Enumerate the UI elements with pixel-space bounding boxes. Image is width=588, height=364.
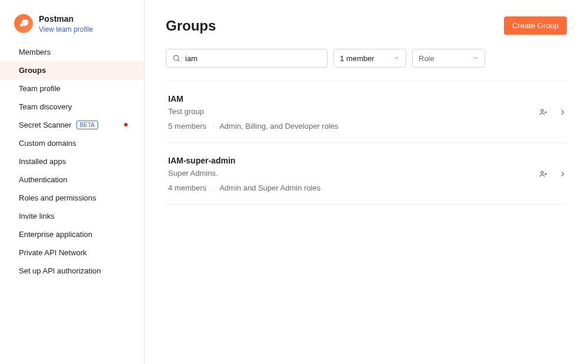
sidebar-item-groups[interactable]: Groups [0, 61, 144, 79]
svg-point-5 [541, 171, 543, 173]
member-filter-select[interactable]: 1 member [333, 49, 406, 68]
page-title: Groups [166, 18, 504, 34]
group-description: Super Admins. [168, 169, 532, 178]
sidebar-item-team-profile[interactable]: Team profile [0, 79, 144, 98]
group-info: IAM-super-admin Super Admins. 4 members … [168, 156, 532, 192]
group-meta: 5 members · Admin, Billing, and Develope… [168, 122, 532, 131]
svg-point-2 [541, 109, 543, 112]
sidebar-item-label: Custom domains [19, 139, 76, 148]
group-members-count: 5 members [168, 122, 206, 131]
team-name: Postman [39, 14, 93, 24]
sidebar-item-team-discovery[interactable]: Team discovery [0, 98, 144, 116]
team-header: Postman View team profile [0, 14, 144, 38]
beta-badge: BETA [76, 121, 98, 129]
chevron-down-icon [472, 54, 479, 63]
team-avatar [14, 14, 33, 33]
notification-dot-icon [124, 123, 128, 126]
sidebar-item-label: Groups [19, 66, 46, 75]
sidebar-item-label: Team discovery [19, 102, 72, 111]
group-description: Test group [168, 107, 532, 116]
sidebar-nav: Members Groups Team profile Team discove… [0, 43, 144, 280]
sidebar-item-label: Set up API authorization [19, 266, 101, 275]
sidebar-item-authentication[interactable]: Authentication [0, 171, 144, 189]
separator-dot: · [212, 122, 215, 131]
group-roles-text: Admin and Super Admin roles [219, 183, 320, 192]
group-row-actions [539, 169, 567, 179]
separator-dot: · [212, 183, 215, 192]
sidebar-item-custom-domains[interactable]: Custom domains [0, 134, 144, 152]
group-members-count: 4 members [168, 183, 206, 192]
search-input[interactable] [185, 54, 321, 63]
filters-row: 1 member Role [166, 49, 567, 68]
sidebar-item-label: Invite links [19, 212, 55, 221]
member-filter-label: 1 member [340, 54, 375, 63]
title-row: Groups Create Group [166, 16, 567, 35]
add-member-icon[interactable] [539, 169, 548, 179]
svg-line-1 [178, 60, 180, 62]
group-name: IAM [168, 94, 532, 103]
sidebar-item-setup-api-authorization[interactable]: Set up API authorization [0, 262, 144, 280]
sidebar-item-members[interactable]: Members [0, 43, 144, 61]
group-roles-text: Admin, Billing, and Developer roles [219, 122, 338, 131]
sidebar: Postman View team profile Members Groups… [0, 0, 145, 364]
main-content: Groups Create Group 1 member Role [145, 0, 588, 364]
sidebar-item-label: Installed apps [19, 157, 66, 166]
group-name: IAM-super-admin [168, 156, 532, 165]
sidebar-item-enterprise-application[interactable]: Enterprise application [0, 225, 144, 243]
create-group-button[interactable]: Create Group [504, 16, 567, 35]
role-filter-placeholder: Role [419, 54, 435, 63]
sidebar-item-label: Secret Scanner [19, 121, 72, 129]
group-info: IAM Test group 5 members · Admin, Billin… [168, 94, 532, 131]
chevron-right-icon[interactable] [559, 108, 567, 116]
search-field-wrapper[interactable] [166, 49, 328, 68]
sidebar-item-roles-permissions[interactable]: Roles and permissions [0, 189, 144, 207]
sidebar-item-label: Members [19, 48, 51, 56]
sidebar-item-label: Team profile [19, 84, 61, 93]
sidebar-item-private-api-network[interactable]: Private API Network [0, 243, 144, 262]
svg-point-0 [173, 55, 178, 60]
sidebar-item-installed-apps[interactable]: Installed apps [0, 152, 144, 171]
sidebar-item-label: Private API Network [19, 248, 87, 257]
sidebar-item-label: Authentication [19, 175, 67, 184]
group-row[interactable]: IAM-super-admin Super Admins. 4 members … [166, 143, 567, 205]
sidebar-item-label: Enterprise application [19, 230, 92, 239]
search-icon [172, 54, 181, 62]
group-row-actions [539, 108, 567, 117]
chevron-down-icon [393, 54, 400, 63]
view-team-profile-link[interactable]: View team profile [39, 25, 93, 34]
sidebar-item-secret-scanner[interactable]: Secret Scanner BETA [0, 116, 144, 134]
role-filter-select[interactable]: Role [412, 49, 485, 68]
chevron-right-icon[interactable] [559, 170, 567, 178]
group-meta: 4 members · Admin and Super Admin roles [168, 183, 532, 192]
sidebar-item-label: Roles and permissions [19, 193, 96, 202]
group-row[interactable]: IAM Test group 5 members · Admin, Billin… [166, 81, 567, 143]
sidebar-item-invite-links[interactable]: Invite links [0, 207, 144, 225]
add-member-icon[interactable] [539, 108, 548, 117]
